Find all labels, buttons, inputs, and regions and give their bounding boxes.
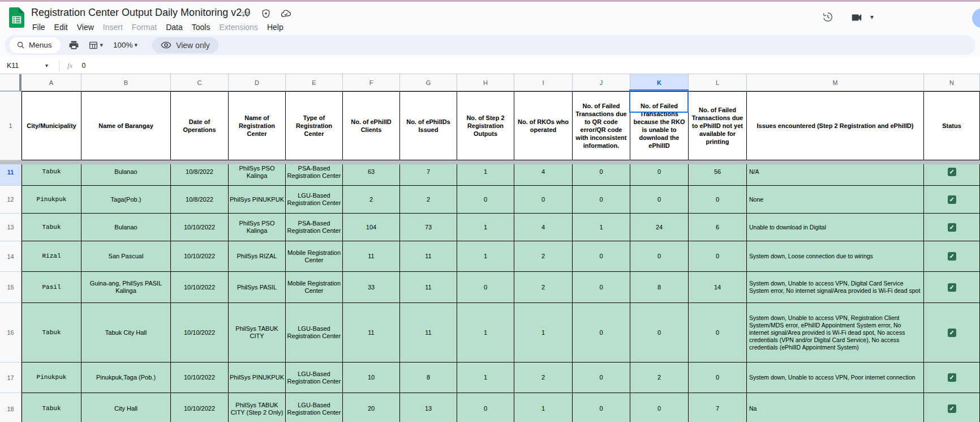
cell-F18[interactable]: 20	[343, 393, 400, 422]
cell-J12[interactable]: 0	[573, 186, 630, 214]
cell-C13[interactable]: 10/10/2022	[171, 214, 229, 241]
column-header-F[interactable]: F	[343, 74, 400, 91]
cell-J15[interactable]: 0	[573, 272, 630, 303]
row-header-16[interactable]: 16	[0, 303, 22, 363]
cell-H14[interactable]: 1	[457, 241, 514, 272]
row-header-1[interactable]: 1	[0, 91, 22, 160]
menu-edit[interactable]: Edit	[50, 22, 72, 33]
cell-N15[interactable]: ✓	[924, 272, 980, 303]
column-header-J[interactable]: J	[573, 74, 630, 91]
cell-A12[interactable]: Pinukpuk	[22, 186, 81, 214]
cell-E17[interactable]: LGU-Based Registration Center	[286, 363, 343, 393]
cell-N14[interactable]: ✓	[924, 241, 980, 272]
row-header-15[interactable]: 15	[0, 272, 22, 303]
header-cell-B[interactable]: Name of Barangay	[81, 91, 171, 160]
cell-C14[interactable]: 10/10/2022	[171, 241, 229, 272]
cell-K16[interactable]: 0	[630, 303, 689, 363]
zoom-control[interactable]: 100% ▾	[113, 41, 137, 49]
cell-M13[interactable]: Unable to download in Digital	[747, 214, 924, 241]
version-history-icon[interactable]	[822, 11, 834, 23]
cell-C16[interactable]: 10/10/2022	[171, 303, 229, 363]
cell-L18[interactable]: 7	[689, 393, 747, 422]
header-cell-G[interactable]: No. of ePhilIDs Issued	[400, 91, 457, 160]
cell-I14[interactable]: 2	[514, 241, 573, 272]
cell-C11[interactable]: 10/8/2022	[171, 164, 229, 186]
cell-B13[interactable]: Bulanao	[81, 214, 171, 241]
chevron-down-icon[interactable]: ▾	[870, 13, 874, 21]
document-title[interactable]: Registration Center Output Daily Monitor…	[31, 7, 250, 19]
cell-J14[interactable]: 0	[573, 241, 630, 272]
cell-J11[interactable]: 0	[573, 164, 630, 186]
approval-badge-icon[interactable]	[260, 8, 271, 19]
menu-view[interactable]: View	[72, 22, 98, 33]
cell-E12[interactable]: LGU-Based Registration Center	[286, 186, 343, 214]
cell-A11[interactable]: Tabuk	[22, 164, 81, 186]
cell-A13[interactable]: Tabuk	[22, 214, 81, 241]
cell-K17[interactable]: 2	[630, 363, 689, 393]
cell-K14[interactable]: 0	[630, 241, 689, 272]
status-checkbox[interactable]: ✓	[948, 223, 956, 232]
cell-L11[interactable]: 56	[689, 164, 747, 186]
cell-F11[interactable]: 63	[343, 164, 400, 186]
cell-J13[interactable]: 1	[573, 214, 630, 241]
name-box-caret-icon[interactable]: ▾	[45, 62, 55, 69]
cell-M18[interactable]: Na	[747, 393, 924, 422]
cell-H11[interactable]: 1	[457, 164, 514, 186]
status-checkbox[interactable]: ✓	[948, 283, 956, 292]
cell-F12[interactable]: 2	[343, 186, 400, 214]
cell-I15[interactable]: 2	[514, 272, 573, 303]
cell-I11[interactable]: 4	[514, 164, 573, 186]
menu-insert[interactable]: Insert	[98, 22, 127, 33]
cell-K11[interactable]: 0	[630, 164, 689, 186]
menu-tools[interactable]: Tools	[187, 22, 215, 33]
cell-I13[interactable]: 4	[514, 214, 573, 241]
header-cell-K[interactable]: No. of Failed Transactions because the R…	[630, 91, 689, 160]
cell-E16[interactable]: LGU-Based Registration Center	[286, 303, 343, 363]
cell-G11[interactable]: 7	[400, 164, 457, 186]
cell-M14[interactable]: System down, Loose connection due to wir…	[747, 241, 924, 272]
cell-I18[interactable]: 1	[514, 393, 573, 422]
row-header-13[interactable]: 13	[0, 214, 22, 241]
column-header-N[interactable]: N	[924, 74, 980, 91]
cell-F16[interactable]: 11	[343, 303, 400, 363]
menu-help[interactable]: Help	[263, 22, 288, 33]
cell-C12[interactable]: 10/8/2022	[171, 186, 229, 214]
cell-I12[interactable]: 0	[514, 186, 573, 214]
cell-I16[interactable]: 1	[514, 303, 573, 363]
cell-A15[interactable]: Pasil	[22, 272, 81, 303]
cell-E13[interactable]: PSA-Based Registration Center	[286, 214, 343, 241]
cell-L14[interactable]: 0	[689, 241, 747, 272]
avatar[interactable]	[972, 8, 980, 28]
cell-N16[interactable]: ✓	[924, 303, 980, 363]
cell-B14[interactable]: San Pascual	[81, 241, 171, 272]
cell-L16[interactable]: 0	[689, 303, 747, 363]
cell-G15[interactable]: 11	[400, 272, 457, 303]
column-header-E[interactable]: E	[286, 74, 343, 91]
column-header-B[interactable]: B	[81, 74, 171, 91]
cell-B18[interactable]: City Hall	[81, 393, 171, 422]
cell-G17[interactable]: 8	[400, 363, 457, 393]
cell-M15[interactable]: System down, Unable to access VPN, Digit…	[747, 272, 924, 303]
cloud-status-icon[interactable]	[281, 8, 291, 19]
cell-D13[interactable]: PhilSys PSO Kalinga	[229, 214, 286, 241]
cell-L12[interactable]: 0	[689, 186, 747, 214]
header-cell-A[interactable]: City/Municipality	[22, 91, 81, 160]
cell-M17[interactable]: System down, Unable to access VPN, Poor …	[747, 363, 924, 393]
cell-D16[interactable]: PhilSys TABUK CITY	[229, 303, 286, 363]
header-cell-H[interactable]: No. of Step 2 Registration Outputs	[457, 91, 514, 160]
cell-M11[interactable]: N/A	[747, 164, 924, 186]
cell-B11[interactable]: Bulanao	[81, 164, 171, 186]
status-checkbox[interactable]: ✓	[948, 329, 956, 337]
cell-B12[interactable]: Taga(Pob.)	[81, 186, 171, 214]
cell-D14[interactable]: PhilSys RIZAL	[229, 241, 286, 272]
cell-B15[interactable]: Guina-ang, PhilSys PASIL Kalinga	[81, 272, 171, 303]
print-icon[interactable]	[68, 40, 79, 50]
row-header-11[interactable]: 11	[0, 164, 22, 186]
row-header-12[interactable]: 12	[0, 186, 22, 214]
cell-G12[interactable]: 2	[400, 186, 457, 214]
cell-D17[interactable]: PhilSys PINUKPUK	[229, 363, 286, 393]
status-checkbox[interactable]: ✓	[948, 404, 956, 413]
cell-K13[interactable]: 24	[630, 214, 689, 241]
column-header-H[interactable]: H	[457, 74, 514, 91]
cell-E11[interactable]: PSA-Based Registration Center	[286, 164, 343, 186]
